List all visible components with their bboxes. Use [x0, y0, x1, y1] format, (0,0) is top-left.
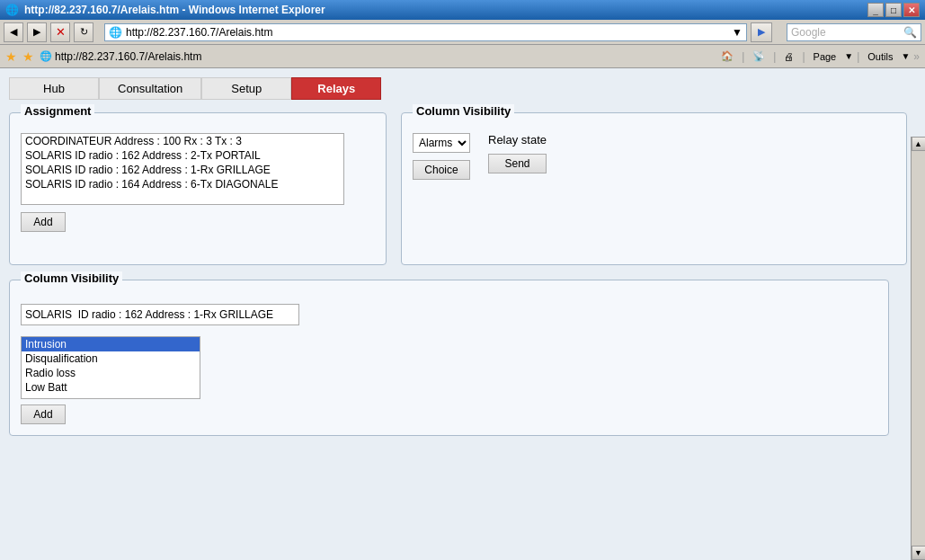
- assignment-panel: Assignment COORDINATEUR Address : 100 Rx…: [9, 112, 387, 265]
- list-item[interactable]: Low Batt: [22, 380, 200, 395]
- list-item[interactable]: SOLARIS ID radio : 162 Address : 1-Rx GR…: [22, 163, 343, 177]
- nav-tabs: Hub Consultation Setup Relays: [9, 77, 907, 100]
- window-title: http://82.237.160.7/Arelais.htm - Window…: [24, 4, 325, 16]
- scrollbar[interactable]: ▲ ▼: [911, 137, 925, 560]
- tab-setup[interactable]: Setup: [201, 77, 291, 100]
- column-visibility-bottom-panel: Column Visibility Intrusion Disqualifica…: [9, 280, 889, 436]
- favorites-right: 🏠 | 📡 | 🖨 | Page ▼ | Outils ▼ »: [716, 49, 920, 64]
- address-input[interactable]: 🌐 http://82.237.160.7/Arelais.htm ▼: [104, 23, 747, 41]
- cv-add-button[interactable]: Add: [21, 404, 66, 424]
- send-button[interactable]: Send: [488, 154, 547, 173]
- ie-icon: 🌐: [5, 4, 19, 16]
- restore-button[interactable]: □: [885, 3, 902, 17]
- list-item[interactable]: SOLARIS ID radio : 162 Address : 2-Tx PO…: [22, 148, 343, 163]
- address-icon: 🌐: [109, 26, 122, 39]
- search-box[interactable]: Google 🔍: [787, 23, 921, 41]
- search-placeholder: Google: [791, 26, 826, 39]
- page-button[interactable]: Page: [809, 49, 841, 64]
- refresh-button[interactable]: ↻: [74, 22, 93, 42]
- rss-button[interactable]: 📡: [748, 49, 769, 64]
- tab-hub[interactable]: Hub: [9, 77, 99, 100]
- list-item[interactable]: COORDINATEUR Address : 100 Rx : 3 Tx : 3: [22, 134, 343, 148]
- list-item[interactable]: SOLARIS ID radio : 164 Address : 6-Tx DI…: [22, 177, 343, 191]
- fav-link-text: http://82.237.160.7/Arelais.htm: [55, 50, 201, 63]
- tab-relays[interactable]: Relays: [291, 77, 381, 100]
- favorites-bar: ★ ★ 🌐 http://82.237.160.7/Arelais.htm 🏠 …: [0, 45, 925, 68]
- main-content: ▲ ▼ Hub Consultation Setup Relays Assign…: [0, 68, 925, 560]
- favorites-link[interactable]: 🌐 http://82.237.160.7/Arelais.htm: [40, 50, 201, 63]
- minimize-button[interactable]: _: [867, 3, 884, 17]
- back-button[interactable]: ◀: [4, 22, 23, 42]
- top-panels-row: Assignment COORDINATEUR Address : 100 Rx…: [9, 112, 907, 265]
- column-visibility-bottom-title: Column Visibility: [21, 271, 122, 285]
- scroll-track[interactable]: [912, 151, 926, 546]
- cv-right: Relay state Send: [488, 133, 547, 173]
- outils-button[interactable]: Outils: [863, 49, 897, 64]
- list-item[interactable]: Intrusion: [22, 337, 200, 351]
- close-button[interactable]: ✕: [903, 3, 920, 17]
- star-icon[interactable]: ★: [5, 49, 17, 64]
- assignment-panel-title: Assignment: [21, 104, 94, 118]
- column-visibility-top-panel: Column Visibility Alarms Status Info Cho…: [401, 112, 907, 265]
- assignment-add-button[interactable]: Add: [21, 212, 66, 232]
- address-text: http://82.237.160.7/Arelais.htm: [126, 26, 732, 39]
- page-dropdown-icon[interactable]: ▼: [844, 51, 853, 61]
- cv-bottom-listbox[interactable]: Intrusion Disqualification Radio loss Lo…: [21, 336, 200, 399]
- star2-icon[interactable]: ★: [22, 49, 34, 64]
- assignment-listbox[interactable]: COORDINATEUR Address : 100 Rx : 3 Tx : 3…: [21, 133, 344, 205]
- address-dropdown-icon[interactable]: ▼: [732, 26, 743, 39]
- scroll-down-button[interactable]: ▼: [912, 546, 926, 560]
- search-icon[interactable]: 🔍: [903, 26, 917, 39]
- column-visibility-top-title: Column Visibility: [413, 104, 514, 118]
- tab-consultation[interactable]: Consultation: [99, 77, 201, 100]
- outils-dropdown-icon[interactable]: ▼: [901, 51, 910, 61]
- relay-state-label: Relay state: [488, 133, 547, 147]
- forward-button[interactable]: ▶: [27, 22, 47, 42]
- scroll-up-button[interactable]: ▲: [912, 137, 926, 151]
- address-bar: ◀ ▶ ✕ ↻ 🌐 http://82.237.160.7/Arelais.ht…: [0, 20, 925, 45]
- choice-button[interactable]: Choice: [413, 160, 470, 180]
- link-icon: 🌐: [40, 50, 52, 62]
- cv-selected-input[interactable]: [21, 304, 299, 325]
- title-bar: 🌐 http://82.237.160.7/Arelais.htm - Wind…: [0, 0, 925, 20]
- stop-button[interactable]: ✕: [50, 22, 70, 42]
- cv-left: Alarms Status Info Choice: [413, 133, 470, 180]
- go-button[interactable]: ▶: [751, 22, 772, 42]
- list-item[interactable]: Radio loss: [22, 366, 200, 380]
- list-item[interactable]: Disqualification: [22, 351, 200, 366]
- print-button[interactable]: 🖨: [779, 49, 798, 64]
- alarms-dropdown[interactable]: Alarms Status Info: [413, 133, 470, 153]
- home-button[interactable]: 🏠: [716, 49, 738, 64]
